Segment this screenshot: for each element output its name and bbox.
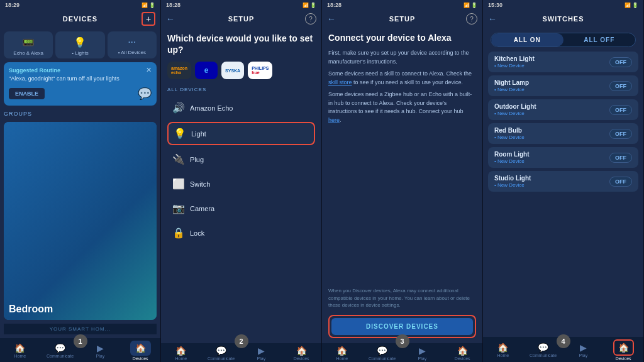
help-button-3[interactable]: ? [466, 13, 477, 25]
nav-devices-4[interactable]: 🏠 Devices [603, 339, 643, 361]
amazon-brand[interactable]: amazonecho [167, 62, 191, 79]
nav-play-1[interactable]: ▶ Play [80, 343, 121, 358]
device-light[interactable]: 💡 Light [167, 122, 315, 145]
back-button-3[interactable]: ← [327, 14, 336, 24]
screen3-content: Connect your device to Alexa First, make… [322, 28, 482, 343]
para1: First, make sure you set up your device … [328, 49, 476, 66]
nav-home-1[interactable]: 🏠 Home [0, 343, 40, 358]
status-icons-3: 📶 🔋 [464, 3, 477, 8]
connect-title: Connect your device to Alexa [328, 33, 476, 43]
skill-store-link[interactable]: skill store [328, 79, 352, 85]
help-button-2[interactable]: ? [305, 13, 316, 25]
syska-brand[interactable]: SYSKA [221, 62, 244, 79]
para3: Some devices need a Zigbee hub or an Ech… [328, 90, 476, 124]
status-bar-3: 18:28 📶 🔋 [322, 0, 482, 10]
studio-light-sub: • New Device [494, 182, 531, 188]
switch-list-name: Switch [190, 180, 210, 188]
nav-communicate-3[interactable]: 💬Communicate [362, 346, 402, 361]
status-bar-1: 18:29 📶 🔋 [0, 0, 160, 10]
kitchen-light-name: Kitchen Light [494, 55, 535, 62]
device-camera[interactable]: 📷 Camera [167, 198, 315, 219]
light-list-icon: 💡 [174, 128, 186, 140]
screen4-content: ALL ON ALL OFF Kitchen Light • New Devic… [483, 28, 643, 337]
bedroom-card[interactable]: Bedroom [4, 122, 157, 320]
screen-3: 18:28 📶 🔋 ← SETUP ? Connect your device … [322, 0, 483, 362]
nav-devices-3[interactable]: 🏠Devices [442, 346, 482, 361]
device-switch[interactable]: ⬜ Switch [167, 173, 315, 194]
suggestion-box: Suggested Routine "Alexa, goodnight" can… [4, 62, 157, 106]
all-devices-section-label: ALL DEVICES [167, 87, 315, 92]
back-button-2[interactable]: ← [166, 14, 175, 24]
more-icon: ··· [128, 36, 136, 48]
kitchen-light-sub: • New Device [494, 63, 535, 69]
nav-play-4[interactable]: ▶Play [564, 343, 604, 358]
nav-devices-2[interactable]: 🏠Devices [281, 346, 321, 361]
play-icon-1: ▶ [97, 343, 104, 353]
nav-home-3[interactable]: 🏠Home [322, 346, 362, 361]
nav-play-3[interactable]: ▶Play [402, 346, 443, 361]
nav-devices-1[interactable]: 🏠 Devices [120, 341, 160, 361]
red-bulb-toggle[interactable]: OFF [609, 129, 632, 139]
back-button-4[interactable]: ← [488, 14, 497, 24]
camera-list-name: Camera [190, 205, 214, 212]
night-lamp-toggle[interactable]: OFF [609, 81, 632, 91]
smart-home-bar: YOUR SMART HOM... [4, 324, 157, 334]
bedroom-bg [4, 122, 157, 320]
connect-text: First, make sure you set up your device … [328, 49, 476, 281]
status-icons-1: 📶 🔋 [142, 3, 155, 8]
suggestion-text: "Alexa, goodnight" can turn off all your… [9, 75, 152, 83]
nav-play-2[interactable]: ▶Play [242, 346, 282, 361]
all-off-button[interactable]: ALL OFF [564, 33, 636, 47]
screen1-content: 📟 Echo & Alexa 💡 • Lights ··· • All Devi… [0, 28, 160, 338]
suggestion-action-row: ENABLE 💬 [9, 87, 152, 101]
screen-4: 15:30 📶 🔋 ← SWITCHES ALL ON ALL OFF Kitc… [483, 0, 644, 362]
status-bar-2: 18:28 📶 🔋 [161, 0, 321, 10]
enable-button[interactable]: ENABLE [9, 88, 45, 99]
outdoor-light-toggle[interactable]: OFF [609, 105, 632, 115]
screen-2: 18:28 📶 🔋 ← SETUP ? Which device would y… [161, 0, 322, 362]
time-3: 18:28 [327, 2, 341, 8]
switch-night-lamp: Night Lamp • New Device OFF [488, 75, 638, 96]
red-bulb-name: Red Bulb [494, 127, 525, 134]
device-amazon-echo[interactable]: 🔊 Amazon Echo [167, 97, 315, 118]
header-3: ← SETUP ? [322, 10, 482, 28]
screen-1: 18:29 📶 🔋 DEVICES + 📟 Echo & Alexa 💡 • L… [0, 0, 161, 362]
switch-kitchen-light: Kitchen Light • New Device OFF [488, 52, 638, 72]
philips-brand[interactable]: PHILIPShue [248, 62, 272, 79]
communicate-icon-1: 💬 [55, 343, 65, 353]
all-on-button[interactable]: ALL ON [491, 33, 564, 47]
outdoor-light-name: Outdoor Light [494, 103, 536, 110]
device-plug[interactable]: 🔌 Plug [167, 149, 315, 170]
add-device-button[interactable]: + [142, 12, 155, 26]
header-1: DEVICES + [0, 10, 160, 28]
screen4-title: SWITCHES [542, 15, 584, 23]
para2: Some devices need a skill to connect to … [328, 70, 476, 87]
setup-question: Which device would you like to set up? [167, 33, 315, 55]
studio-light-name: Studio Light [494, 175, 531, 182]
alexa-brand[interactable]: e [195, 62, 218, 79]
time-2: 18:28 [166, 2, 180, 8]
device-lock[interactable]: 🔒 Lock [167, 222, 315, 243]
camera-list-icon: 📷 [172, 202, 185, 214]
status-bar-4: 15:30 📶 🔋 [483, 0, 643, 10]
close-suggestion-button[interactable]: ✕ [146, 66, 152, 74]
studio-light-toggle[interactable]: OFF [609, 177, 632, 187]
devices-icon-4: 🏠 [618, 343, 629, 353]
groups-label: GROUPS [4, 109, 157, 118]
lights-card[interactable]: 💡 • Lights [55, 31, 104, 58]
kitchen-light-toggle[interactable]: OFF [609, 57, 632, 67]
nav-communicate-2[interactable]: 💬Communicate [201, 346, 242, 361]
discover-devices-button[interactable]: DISCOVER DEVICES [331, 318, 473, 335]
night-lamp-name: Night Lamp [494, 79, 529, 86]
step-number-4: 4 [557, 334, 570, 348]
step-number-3: 3 [396, 334, 409, 348]
screen2-title: SETUP [228, 15, 255, 23]
nav-home-4[interactable]: 🏠Home [483, 343, 523, 358]
night-lamp-sub: • New Device [494, 87, 529, 92]
echo-alexa-card[interactable]: 📟 Echo & Alexa [4, 31, 53, 58]
devices-icon-active-wrap: 🏠 [613, 339, 634, 356]
nav-home-2[interactable]: 🏠Home [161, 346, 201, 361]
room-light-toggle[interactable]: OFF [609, 153, 632, 163]
hub-link[interactable]: here [328, 117, 340, 123]
all-devices-card[interactable]: ··· • All Devices [108, 31, 157, 58]
